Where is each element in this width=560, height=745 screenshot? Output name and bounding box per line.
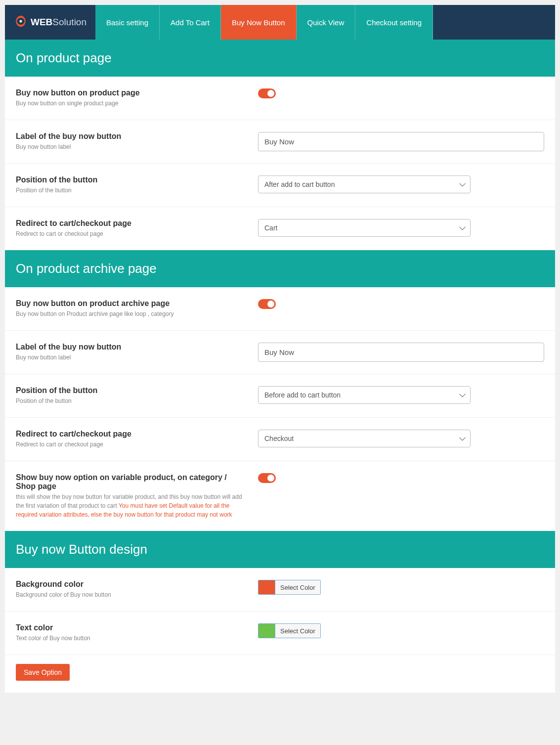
- svg-point-0: [19, 20, 22, 22]
- color-picker-background[interactable]: Select Color: [258, 580, 321, 595]
- tab-add-to-cart[interactable]: Add To Cart: [160, 5, 221, 40]
- setting-title: Show buy now option on variable product,…: [16, 473, 243, 491]
- setting-title: Label of the buy now button: [16, 132, 243, 141]
- save-button[interactable]: Save Option: [16, 664, 70, 681]
- select-archive-redirect-page[interactable]: Checkout: [258, 430, 471, 447]
- top-nav: WEBSolution Basic setting Add To Cart Bu…: [5, 5, 555, 40]
- input-buy-now-label[interactable]: [258, 132, 544, 151]
- color-picker-label: Select Color: [275, 624, 320, 638]
- select-redirect-page[interactable]: Cart: [258, 219, 471, 237]
- brand-logo: WEBSolution: [5, 5, 95, 40]
- setting-desc: this will show the buy now button for va…: [16, 492, 243, 519]
- setting-title: Text color: [16, 623, 243, 632]
- tab-buy-now-button[interactable]: Buy Now Button: [221, 5, 297, 40]
- color-picker-label: Select Color: [275, 580, 320, 594]
- setting-desc: Position of the button: [16, 186, 243, 195]
- input-archive-buy-now-label[interactable]: [258, 343, 544, 362]
- tab-basic-setting[interactable]: Basic setting: [95, 5, 160, 40]
- toggle-buy-now-product-page[interactable]: [258, 88, 276, 98]
- color-picker-text[interactable]: Select Color: [258, 623, 321, 638]
- setting-title: Buy now button on product page: [16, 88, 243, 97]
- select-button-position[interactable]: After add to cart button: [258, 175, 471, 193]
- tab-bar: Basic setting Add To Cart Buy Now Button…: [95, 5, 433, 40]
- setting-desc: Buy now button on single product page: [16, 99, 243, 108]
- setting-desc: Position of the button: [16, 396, 243, 405]
- brand-name-light: Solution: [52, 17, 86, 27]
- toggle-variable-product[interactable]: [258, 473, 276, 483]
- brand-name-bold: WEB: [31, 17, 52, 27]
- setting-desc: Text color of Buy now button: [16, 634, 243, 643]
- setting-title: Position of the button: [16, 386, 243, 395]
- setting-title: Buy now button on product archive page: [16, 299, 243, 308]
- setting-desc: Buy now button label: [16, 353, 243, 362]
- setting-title: Redirect to cart/checkout page: [16, 219, 243, 228]
- setting-title: Redirect to cart/checkout page: [16, 430, 243, 438]
- brand-icon: [14, 14, 28, 31]
- topnav-spacer: [433, 5, 555, 40]
- color-swatch: [258, 580, 275, 594]
- setting-title: Label of the buy now button: [16, 343, 243, 351]
- section-heading-archive-page: On product archive page: [5, 250, 555, 287]
- tab-checkout-setting[interactable]: Checkout setting: [355, 5, 433, 40]
- setting-title: Background color: [16, 580, 243, 589]
- setting-desc: Redirect to cart or checkout page: [16, 440, 243, 449]
- setting-desc: Buy now button label: [16, 142, 243, 151]
- tab-quick-view[interactable]: Quick View: [297, 5, 356, 40]
- setting-desc: Redirect to cart or checkout page: [16, 229, 243, 238]
- select-archive-button-position[interactable]: Before add to cart button: [258, 386, 471, 404]
- color-swatch: [258, 624, 275, 638]
- setting-desc: Buy now button on Product archive page l…: [16, 309, 243, 318]
- setting-title: Position of the button: [16, 175, 243, 184]
- section-heading-product-page: On product page: [5, 40, 555, 77]
- toggle-buy-now-archive-page[interactable]: [258, 299, 276, 309]
- setting-desc: Background color of Buy now button: [16, 590, 243, 599]
- section-heading-design: Buy now Button design: [5, 531, 555, 568]
